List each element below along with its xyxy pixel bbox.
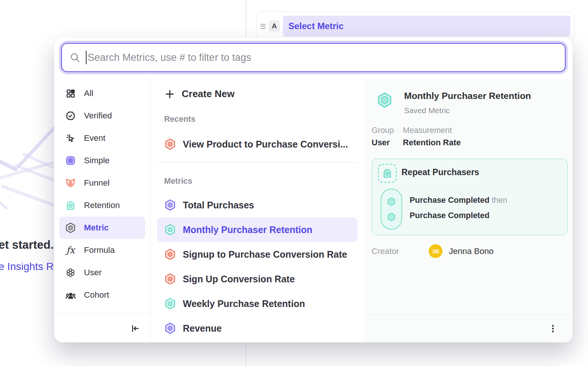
metric-row-sign-up-conversion-rate[interactable]: Sign Up Conversion Rate <box>151 267 365 291</box>
metric-hexagon-icon <box>65 222 76 233</box>
metric-picker-modal: All Verified <box>54 37 573 342</box>
recent-item[interactable]: View Product to Purchase Conversi... <box>151 132 365 156</box>
cursor-click-icon <box>65 133 76 144</box>
verified-badge-icon <box>65 110 76 121</box>
sidebar-item-simple[interactable]: Simple <box>54 149 150 172</box>
background-insights-link[interactable]: e Insights Re <box>0 261 59 273</box>
plus-icon <box>164 89 175 100</box>
definition-title: Repeat Purchasers <box>401 167 479 177</box>
purple-metric-hexagon-icon <box>164 199 176 211</box>
sidebar-item-all[interactable]: All <box>54 82 150 105</box>
funnel-metric-hexagon-icon <box>164 138 176 150</box>
simple-metric-icon <box>65 155 76 166</box>
retention-definition-icon <box>378 164 397 183</box>
metric-detail-panel: Monthly Purchaser Retention Saved Metric… <box>365 78 573 342</box>
search-bar[interactable] <box>61 43 566 72</box>
avatar: JB <box>429 244 442 258</box>
text-cursor <box>86 51 87 64</box>
creator-row: Creator JB Jenna Bono <box>372 244 566 258</box>
coral-metric-hexagon-icon <box>164 273 176 285</box>
detail-title: Monthly Purchaser Retention <box>404 91 531 101</box>
coral-metric-hexagon-icon <box>164 248 176 260</box>
sidebar-item-event[interactable]: Event <box>54 127 150 149</box>
detail-footer <box>365 314 573 342</box>
metric-list-column: Create New Recents View Product to Purch… <box>150 78 365 342</box>
query-builder-row: A Select Metric <box>256 11 575 41</box>
formula-icon: ƒx <box>65 245 76 256</box>
metric-row-total-purchases[interactable]: Total Purchases <box>151 193 365 217</box>
teal-metric-hexagon-icon <box>164 298 176 310</box>
drag-handle-icon[interactable] <box>260 24 266 29</box>
step-2: Purchase Completed <box>410 211 490 220</box>
purple-metric-hexagon-icon <box>164 322 176 334</box>
detail-subtitle: Saved Metric <box>404 106 450 115</box>
grid-icon <box>65 88 76 99</box>
create-new-button[interactable]: Create New <box>164 88 235 100</box>
step-hexagon-icon <box>386 196 397 207</box>
metric-definition-card: Repeat Purchasers Purchase Completed the… <box>372 158 568 235</box>
user-cluster-icon <box>65 267 76 278</box>
metrics-section-label: Metrics <box>164 177 192 186</box>
collapse-panel-icon[interactable] <box>130 323 140 334</box>
detail-meta: Group User Measurement Retention Rate <box>372 126 461 148</box>
retention-icon <box>65 200 76 211</box>
search-icon <box>69 52 81 63</box>
kebab-menu-icon[interactable] <box>548 324 558 334</box>
background-get-started-text: et started. <box>0 238 54 252</box>
sidebar-footer <box>54 314 150 342</box>
sidebar-item-cohort[interactable]: Cohort <box>54 284 150 306</box>
metrics-list: Total Purchases Monthly Purchaser Retent… <box>151 193 365 341</box>
type-filter-sidebar: All Verified <box>54 78 150 342</box>
steps-capsule <box>381 189 402 230</box>
cohort-icon <box>65 289 76 301</box>
metric-row-weekly-purchase-retention[interactable]: Weekly Purchase Retention <box>151 291 365 316</box>
meta-measurement: Measurement Retention Rate <box>403 126 461 148</box>
sidebar-item-user[interactable]: User <box>54 261 150 284</box>
section-divider <box>156 162 357 162</box>
meta-group: Group User <box>372 126 394 148</box>
metric-row-revenue[interactable]: Revenue <box>151 316 365 341</box>
select-metric-button[interactable]: Select Metric <box>283 16 570 37</box>
sidebar-item-formula[interactable]: ƒx Formula <box>54 239 150 261</box>
creator-name: Jenna Bono <box>449 246 494 256</box>
saved-metric-hexagon-icon <box>376 92 393 108</box>
step-hexagon-icon <box>386 212 397 222</box>
step-1: Purchase Completed then <box>410 196 507 205</box>
sidebar-item-verified[interactable]: Verified <box>54 105 150 127</box>
funnel-icon <box>65 177 76 189</box>
search-input[interactable] <box>88 52 557 63</box>
creator-label: Creator <box>372 246 429 256</box>
sidebar-item-metric[interactable]: Metric <box>59 217 145 239</box>
sidebar-item-funnel[interactable]: Funnel <box>54 172 150 194</box>
sidebar-item-retention[interactable]: Retention <box>54 194 150 217</box>
metric-row-signup-to-purchase-conversion-rate[interactable]: Signup to Purchase Conversion Rate <box>151 242 365 267</box>
teal-metric-hexagon-icon <box>164 224 176 236</box>
metric-row-monthly-purchaser-retention[interactable]: Monthly Purchaser Retention <box>157 217 357 242</box>
series-letter-badge: A <box>269 21 280 32</box>
recents-section-label: Recents <box>164 115 196 124</box>
